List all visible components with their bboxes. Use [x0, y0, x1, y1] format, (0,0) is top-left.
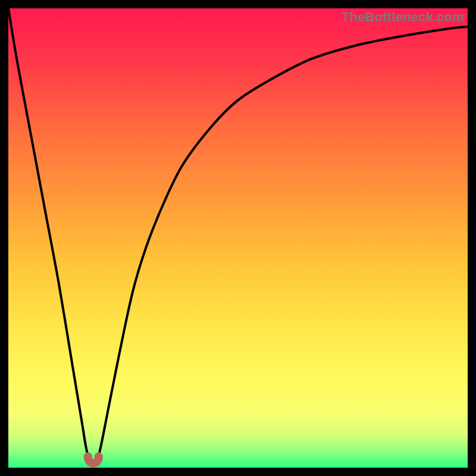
plot-area: TheBottleneck.com — [8, 8, 468, 468]
optimal-point-marker — [88, 456, 99, 463]
bottleneck-curve — [8, 8, 468, 465]
curve-overlay — [8, 8, 468, 468]
chart-frame: TheBottleneck.com — [0, 0, 476, 476]
watermark-text: TheBottleneck.com — [342, 10, 464, 25]
